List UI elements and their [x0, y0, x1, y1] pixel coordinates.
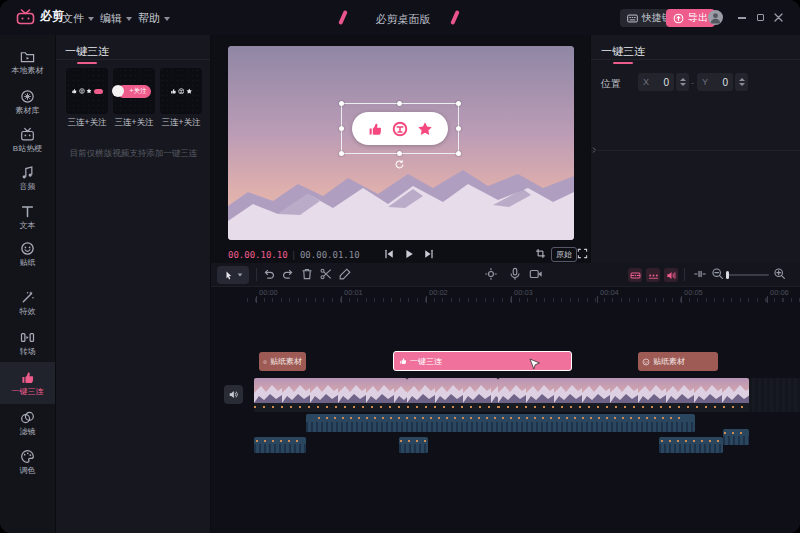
title-decoration-slash: [338, 10, 348, 25]
maximize-button[interactable]: [755, 12, 765, 22]
title-decoration-slash: [450, 10, 460, 25]
zoom-slider-handle[interactable]: [726, 271, 729, 279]
sidebar-item-sanlian[interactable]: 一键三连: [0, 362, 55, 404]
delete-button[interactable]: [300, 267, 314, 281]
inspector-tab-sanlian[interactable]: 一键三连: [601, 41, 645, 64]
next-frame-button[interactable]: [423, 248, 435, 260]
rotate-handle-icon[interactable]: [394, 159, 405, 170]
position-y-field[interactable]: Y 0: [697, 73, 733, 91]
resize-handle[interactable]: [456, 126, 461, 131]
audio-clip-b[interactable]: [399, 437, 428, 453]
video-thumbnails: [407, 378, 498, 403]
video-clip-offscreen[interactable]: [749, 378, 800, 412]
menu-help[interactable]: 帮助: [138, 11, 170, 26]
sidebar-item-audio[interactable]: 音频: [0, 159, 55, 197]
audio-clip-c[interactable]: [659, 437, 723, 453]
microphone-button[interactable]: [508, 267, 522, 281]
mouse-cursor: [529, 358, 540, 372]
window-title: 必剪桌面版: [358, 12, 448, 27]
sticker-clip-2[interactable]: 贴纸素材: [638, 352, 718, 371]
position-x-stepper[interactable]: [676, 73, 689, 91]
video-preview[interactable]: [228, 46, 574, 240]
undo-button[interactable]: [262, 267, 276, 281]
video-clip-1[interactable]: [254, 378, 407, 412]
audio-wave-toggle[interactable]: [664, 268, 678, 282]
audio-clip-long[interactable]: [306, 414, 695, 432]
audio-clip-d[interactable]: [723, 429, 749, 445]
zoom-out-button[interactable]: [711, 267, 724, 280]
resize-handle[interactable]: [397, 101, 402, 106]
resize-handle[interactable]: [456, 151, 461, 156]
app-window: 必剪 文件 编辑 帮助 必剪桌面版 快捷键 导出: [0, 0, 800, 533]
sticker-icon: [20, 241, 35, 256]
panel-divider: [56, 59, 210, 60]
sticker-clip-1[interactable]: 贴纸素材: [259, 352, 306, 371]
sidebar: 本地素材 素材库 B站热梗 音频 文本 贴纸 特效 转场: [0, 35, 55, 533]
aspect-ratio-button[interactable]: 原始: [551, 247, 577, 262]
position-y-stepper[interactable]: [735, 73, 748, 91]
marker-pen-button[interactable]: [338, 267, 352, 281]
play-button[interactable]: [403, 248, 415, 260]
stepper-down-icon[interactable]: [680, 83, 686, 86]
sidebar-item-transition[interactable]: 转场: [0, 324, 55, 362]
crop-icon[interactable]: [535, 248, 546, 259]
resize-handle[interactable]: [456, 101, 461, 106]
previous-frame-button[interactable]: [383, 248, 395, 260]
mute-track-button[interactable]: [224, 385, 243, 404]
sidebar-item-local-media[interactable]: 本地素材: [0, 43, 55, 81]
resize-handle[interactable]: [339, 151, 344, 156]
sidebar-item-filter[interactable]: 滤镜: [0, 404, 55, 442]
timeline-zoom-slider[interactable]: [727, 274, 769, 276]
active-tab-underline: [77, 62, 97, 64]
user-avatar[interactable]: [708, 10, 723, 25]
sidebar-item-text[interactable]: 文本: [0, 198, 55, 236]
section-divider: [591, 150, 800, 151]
video-clip-3[interactable]: [498, 378, 749, 412]
sanlian-card-2[interactable]: +关注: [113, 68, 155, 114]
stepper-up-icon[interactable]: [680, 78, 686, 81]
stepper-up-icon[interactable]: [739, 78, 745, 81]
thumb-up-icon: [367, 121, 383, 137]
video-clip-2[interactable]: [407, 378, 498, 412]
menu-edit[interactable]: 编辑: [100, 11, 132, 26]
library-panel: 一键三连 +关注 三连+关注 三连+关注: [55, 35, 210, 533]
folder-media-icon: [20, 49, 35, 64]
close-button[interactable]: [773, 12, 783, 22]
sidebar-item-color[interactable]: 调色: [0, 443, 55, 481]
cover-clip-toggle[interactable]: [628, 268, 642, 282]
music-note-icon: [20, 165, 35, 180]
sidebar-item-sticker[interactable]: 贴纸: [0, 235, 55, 273]
menu-file[interactable]: 文件: [62, 11, 94, 26]
beat-marks-toggle[interactable]: [646, 268, 660, 282]
split-button[interactable]: [319, 267, 333, 281]
stepper-down-icon[interactable]: [739, 83, 745, 86]
resize-handle[interactable]: [397, 151, 402, 156]
sidebar-item-effects[interactable]: 特效: [0, 284, 55, 322]
sanlian-card-1[interactable]: [66, 68, 108, 114]
resize-handle[interactable]: [339, 101, 344, 106]
dash-separator: -: [691, 78, 694, 88]
app-logo: 必剪: [16, 8, 64, 25]
select-tool-button[interactable]: [217, 266, 249, 284]
sanlian-card-3[interactable]: [160, 68, 202, 114]
fullscreen-icon[interactable]: [577, 248, 588, 259]
tracking-button[interactable]: [484, 267, 498, 281]
zoom-in-button[interactable]: [773, 267, 786, 280]
sidebar-item-library[interactable]: 素材库: [0, 83, 55, 121]
fit-timeline-button[interactable]: [693, 267, 707, 281]
sanlian-overlay-sticker[interactable]: [352, 112, 448, 145]
chevron-down-icon: [88, 17, 94, 21]
record-screen-button[interactable]: [529, 267, 543, 281]
position-x-field[interactable]: X 0: [638, 73, 674, 91]
audio-clip-a[interactable]: [254, 437, 306, 453]
tv-icon: [20, 127, 35, 142]
timeline-ruler[interactable]: 00:00 00:01 00:02 00:03 00:04 00:05 00:0…: [211, 287, 800, 305]
sidebar-item-b-memes[interactable]: B站热梗: [0, 121, 55, 159]
minimize-button[interactable]: [737, 13, 747, 23]
library-tab-sanlian[interactable]: 一键三连: [65, 41, 109, 64]
redo-button[interactable]: [281, 267, 295, 281]
follow-badge: +关注: [117, 85, 152, 98]
resize-handle[interactable]: [339, 126, 344, 131]
sanlian-clip-selected[interactable]: 一键三连: [393, 351, 572, 371]
palette-icon: [20, 449, 35, 464]
